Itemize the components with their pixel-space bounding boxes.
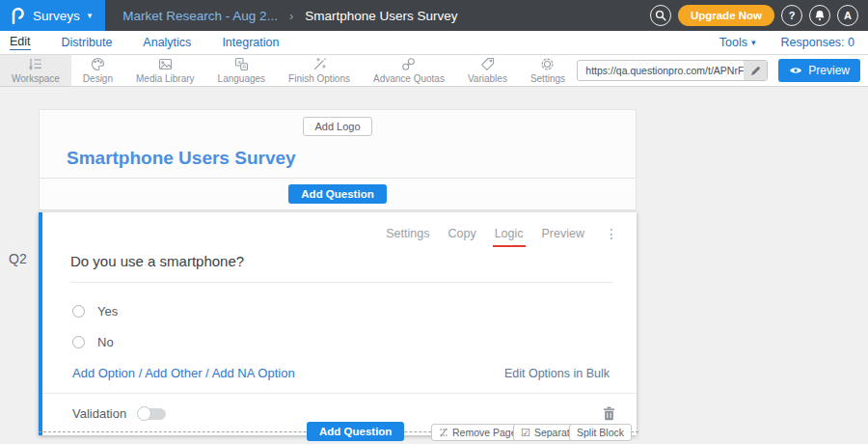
survey-editor-canvas: Q2 Add Logo Smartphone Users Survey Add … xyxy=(0,87,868,444)
toolbar-label: Languages xyxy=(218,73,266,84)
option-row-no: No xyxy=(72,335,637,349)
design-palette-icon xyxy=(91,57,105,71)
question-tabs: Settings Copy Logic Preview ⋮ xyxy=(42,212,637,240)
link-separator: / xyxy=(205,366,209,380)
questionpro-logo-icon xyxy=(11,8,25,24)
question-text[interactable]: Do you use a smartphone? xyxy=(70,253,613,283)
add-option-links: Add Option / Add Other / Add NA Option xyxy=(72,366,295,380)
menu-item-distribute[interactable]: Distribute xyxy=(62,36,113,49)
magic-wand-icon xyxy=(312,57,327,71)
toolbar-item-advance-quotas[interactable]: Advance Quotas xyxy=(362,55,456,86)
menu-item-analytics[interactable]: Analytics xyxy=(143,36,191,49)
account-avatar[interactable]: A xyxy=(837,5,858,26)
preview-button[interactable]: Preview xyxy=(778,59,860,82)
menubar-right: Tools ▾ Responses: 0 xyxy=(719,36,858,49)
toolbar-item-workspace[interactable]: Workspace xyxy=(0,55,71,86)
toolbar-item-finish-options[interactable]: Finish Options xyxy=(277,55,362,86)
breadcrumb: Market Research - Aug 2... › Smartphone … xyxy=(122,9,457,23)
eye-icon xyxy=(789,66,802,75)
chain-link-icon xyxy=(401,57,416,71)
option-label[interactable]: No xyxy=(97,335,114,349)
survey-url-field[interactable] xyxy=(577,60,768,81)
question-card: Settings Copy Logic Preview ⋮ Do you use… xyxy=(39,212,637,435)
edit-toolbar: Workspace Design Media Library aA Langua… xyxy=(0,55,868,87)
toolbar-item-media-library[interactable]: Media Library xyxy=(124,55,206,86)
question-code: Q2 xyxy=(9,251,27,266)
toggle-knob xyxy=(137,406,151,421)
add-option-link[interactable]: Add Option xyxy=(72,366,135,380)
survey-menubar: Edit Distribute Analytics Integration To… xyxy=(0,31,868,55)
notifications-button[interactable] xyxy=(809,5,830,26)
responses-count: Responses: 0 xyxy=(781,36,854,49)
translate-icon: aA xyxy=(234,57,249,71)
add-other-link[interactable]: Add Other xyxy=(145,366,202,380)
bell-icon xyxy=(814,10,826,21)
option-row-yes: Yes xyxy=(72,304,637,319)
edit-options-in-bulk-link[interactable]: Edit Options in Bulk xyxy=(504,367,610,380)
menu-item-edit[interactable]: Edit xyxy=(10,35,31,50)
caret-down-icon: ▾ xyxy=(751,39,756,47)
split-block-label: Split Block xyxy=(577,427,624,438)
checkbox-checked-icon: ☑ xyxy=(521,428,530,438)
edit-url-button[interactable] xyxy=(744,61,767,80)
toolbar-label: Design xyxy=(83,73,113,84)
preview-label: Preview xyxy=(808,64,850,77)
tab-settings[interactable]: Settings xyxy=(386,227,429,240)
kebab-menu-icon[interactable]: ⋮ xyxy=(605,227,618,240)
tab-preview[interactable]: Preview xyxy=(542,227,584,240)
workspace-icon xyxy=(28,57,42,71)
validation-label: Validation xyxy=(72,406,126,421)
delete-question-button[interactable] xyxy=(603,406,615,421)
add-question-button-bottom[interactable]: Add Question xyxy=(307,422,404,441)
link-separator: / xyxy=(139,366,143,380)
toolbar-label: Variables xyxy=(468,73,507,84)
tools-menu[interactable]: Tools ▾ xyxy=(719,36,756,49)
radio-button[interactable] xyxy=(72,336,85,348)
product-label: Surveys xyxy=(33,9,80,23)
radio-button[interactable] xyxy=(72,305,85,318)
add-question-strip: Add Question xyxy=(39,179,637,210)
survey-title[interactable]: Smartphone Users Survey xyxy=(67,148,636,178)
toolbar-item-variables[interactable]: Variables xyxy=(456,55,519,86)
menu-item-integration[interactable]: Integration xyxy=(222,36,279,49)
surveys-product-menu[interactable]: Surveys ▾ xyxy=(0,0,105,31)
svg-text:A: A xyxy=(242,64,246,69)
trash-icon xyxy=(603,406,615,421)
toolbar-label: Workspace xyxy=(12,73,60,84)
add-na-option-link[interactable]: Add NA Option xyxy=(212,366,295,380)
toolbar-label: Advance Quotas xyxy=(373,73,445,84)
breadcrumb-survey-name: Smartphone Users Survey xyxy=(305,9,457,23)
topbar-actions: Upgrade Now ? A xyxy=(650,5,868,26)
tools-label: Tools xyxy=(719,36,747,49)
image-icon xyxy=(158,57,173,71)
breadcrumb-chevron-icon: › xyxy=(289,9,293,23)
toolbar-item-settings[interactable]: Settings xyxy=(519,55,577,86)
option-actions-row: Add Option / Add Other / Add NA Option E… xyxy=(72,366,610,380)
page-break-icon xyxy=(439,428,448,437)
help-button[interactable]: ? xyxy=(781,5,802,26)
question-mark-icon: ? xyxy=(789,10,796,21)
answer-options: Yes No xyxy=(72,304,637,349)
tab-copy[interactable]: Copy xyxy=(448,227,475,240)
split-block-button[interactable]: Split Block xyxy=(569,424,632,441)
option-label[interactable]: Yes xyxy=(97,304,118,319)
pencil-icon xyxy=(750,66,761,76)
survey-url-input[interactable] xyxy=(578,65,744,76)
search-icon xyxy=(655,10,666,21)
tab-logic[interactable]: Logic xyxy=(495,227,524,240)
survey-page: Add Logo Smartphone Users Survey Add Que… xyxy=(39,109,637,435)
add-question-button-top[interactable]: Add Question xyxy=(288,184,386,204)
toolbar-item-languages[interactable]: aA Languages xyxy=(206,55,278,86)
toolbar-right: Preview xyxy=(577,55,868,86)
validation-toggle[interactable] xyxy=(138,408,166,420)
avatar-initial: A xyxy=(844,10,852,21)
survey-header-section: Add Logo Smartphone Users Survey xyxy=(39,109,637,179)
toolbar-label: Finish Options xyxy=(288,73,350,84)
toolbar-item-design[interactable]: Design xyxy=(71,55,124,86)
upgrade-now-button[interactable]: Upgrade Now xyxy=(678,5,774,26)
tag-icon xyxy=(480,57,495,71)
breadcrumb-project[interactable]: Market Research - Aug 2... xyxy=(122,9,278,23)
search-button[interactable] xyxy=(650,5,671,26)
add-logo-button[interactable]: Add Logo xyxy=(303,117,371,136)
caret-down-icon: ▾ xyxy=(88,12,93,20)
